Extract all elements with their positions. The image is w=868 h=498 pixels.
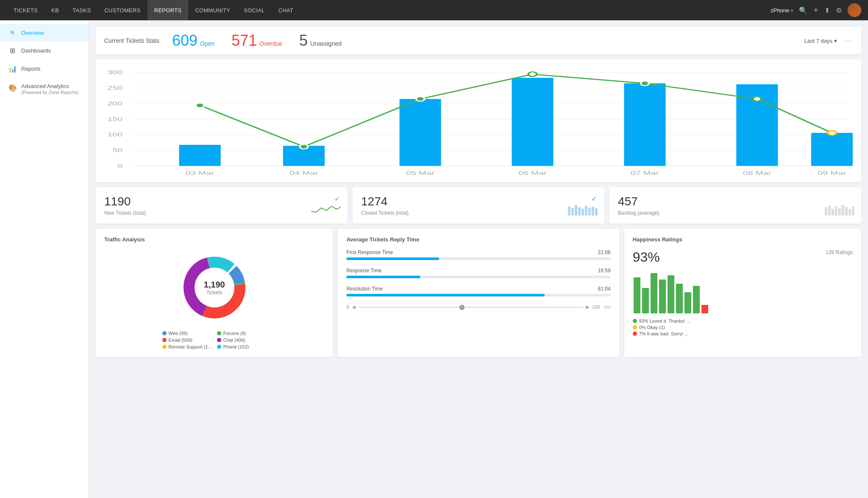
metric-cards: 1190 New Tickets (total) ✓ 1274 Closed T… [96,187,861,224]
bar-3 [512,78,553,166]
legend-phone: Phone (152) [217,344,267,349]
slider-right-arrow-icon[interactable]: ▶ [586,304,590,310]
dot-0 [196,103,204,108]
sidebar-item-reports[interactable]: 📊 Reports [0,60,89,78]
legend-chat: Chat (406) [217,338,267,343]
bar-2 [400,99,441,166]
h-bar-6 [684,292,691,313]
happiness-title: Happiness Ratings [633,236,853,243]
resolution-label: Resolution Time [346,286,383,292]
stats-title: Current Tickets Stats [104,37,159,44]
svg-rect-23 [575,205,577,216]
svg-text:0: 0 [117,163,122,169]
stat-overdue-label: Overdue [259,40,282,47]
svg-rect-37 [849,209,851,216]
avatar-image [848,3,861,17]
svg-rect-36 [845,207,848,216]
svg-text:07 Mar: 07 Mar [631,171,659,177]
stats-header: Current Tickets Stats 609 Open 571 Overd… [96,27,861,54]
slider-track [358,307,583,308]
slider-unit: hrs [604,304,610,310]
main-content: Current Tickets Stats 609 Open 571 Overd… [89,20,868,498]
sidebar-item-overview[interactable]: ≡ Overview [0,24,89,42]
sidebar-label-overview: Overview [21,30,44,36]
period-label: Last 7 days [804,38,832,44]
slider-left-arrow-icon[interactable]: ◀ [352,304,356,310]
search-icon[interactable]: 🔍 [799,6,807,14]
svg-rect-26 [585,206,587,216]
add-icon[interactable]: + [813,6,818,15]
backlog-value: 457 [618,195,853,208]
brand-chevron-icon: ▾ [791,8,793,13]
sidebar-item-advanced[interactable]: 🎨 Advanced Analytics (Powered by Zoho Re… [0,78,89,100]
sidebar-item-dashboards[interactable]: ⊞ Dashboards [0,42,89,60]
reports-icon: 📊 [8,65,16,73]
nav-tickets[interactable]: TICKETS [7,0,45,20]
top-nav: TICKETS KB TASKS CUSTOMERS REPORTS COMMU… [0,0,868,20]
svg-text:150: 150 [107,116,122,122]
chart-container: 300 250 200 150 100 50 0 [96,59,861,182]
response-bar-bg [346,276,610,278]
stat-open: 609 Open [172,33,214,48]
h-bar-4 [668,275,674,313]
nav-community[interactable]: COMMUNITY [188,0,237,20]
legend-label-remote: Remote Support (1... [169,344,212,349]
h-bar-7 [693,286,700,313]
nav-chat[interactable]: CHAT [272,0,300,20]
time-slider[interactable]: 0 ◀ ▶ 100 hrs [346,304,610,310]
export-icon[interactable]: ⬆ [824,6,830,14]
nav-tasks[interactable]: TASKS [66,0,97,20]
slider-thumb[interactable] [459,305,465,310]
donut-wrapper: 1,190 Tickets Web (99) Forums (8) [104,249,324,349]
legend-dot-phone [217,345,221,349]
sidebar: ≡ Overview ⊞ Dashboards 📊 Reports 🎨 Adva… [0,20,89,498]
nav-reports[interactable]: REPORTS [147,0,189,20]
h-bar-5 [676,284,683,313]
closed-tickets-value: 1274 [361,195,596,208]
h-bar-1 [642,288,649,313]
brand-switcher[interactable]: zPhone ▾ [771,7,793,14]
happiness-legend: 93% Loved it. Thanks! ... 0% Okay (1) 7%… [633,318,853,336]
label-loved: 93% Loved it. Thanks! ... [639,318,690,324]
sparkline-closed [568,203,598,217]
metric-closed-tickets: 1274 Closed Tickets (total) ✓ [353,187,604,224]
resolution-time: 61:04 [598,286,611,292]
h-bar-8 [701,305,708,313]
first-response-bar-bg [346,257,610,260]
avatar[interactable] [848,3,861,17]
legend-dot-chat [217,338,221,342]
svg-text:06 Mar: 06 Mar [518,171,547,177]
legend-bad: 7% It was bad. Sorry! ... [633,331,853,336]
nav-social[interactable]: SOCIAL [237,0,271,20]
svg-text:08 Mar: 08 Mar [743,171,771,177]
metric-backlog: 457 Backlog (average) [609,187,861,224]
h-bar-3 [659,279,666,313]
legend-forums: Forums (8) [217,331,267,336]
more-button[interactable]: ··· [844,36,853,45]
svg-rect-28 [592,207,594,216]
period-selector[interactable]: Last 7 days ▾ [804,38,837,44]
first-response-bar [346,257,439,260]
happiness-ratings: 128 Ratings [826,249,853,255]
bar-0 [179,145,221,166]
label-bad: 7% It was bad. Sorry! ... [639,331,689,336]
h-bar-2 [651,273,657,313]
happiness-header: 93% 128 Ratings [633,249,853,265]
stat-overdue: 571 Overdue [231,33,282,48]
svg-rect-24 [578,207,581,216]
svg-text:03 Mar: 03 Mar [186,171,214,177]
response-time: 16:59 [598,268,611,274]
first-response-label: First Response Time [346,249,393,255]
nav-kb[interactable]: KB [45,0,66,20]
svg-text:04 Mar: 04 Mar [289,171,318,177]
settings-icon[interactable]: ⚙ [836,6,842,14]
bar-4 [624,83,665,166]
nav-customers[interactable]: CUSTOMERS [97,0,147,20]
legend-okay: 0% Okay (1) [633,325,853,330]
label-okay: 0% Okay (1) [639,325,665,330]
svg-text:200: 200 [107,101,122,107]
sidebar-label-reports: Reports [21,66,41,72]
sparkline-new [311,203,341,217]
period-chevron-icon: ▾ [834,38,837,44]
backlog-label: Backlog (average) [618,210,853,216]
